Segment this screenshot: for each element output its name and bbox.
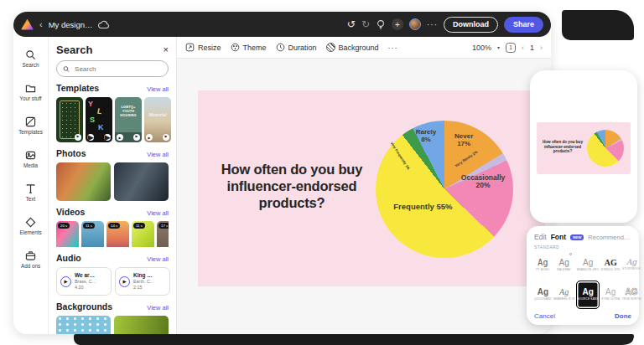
font-tile[interactable]: Ag PT MONO [534,251,552,279]
play-badge-icon: ▶ [75,134,81,141]
main-row: Search Your stuff Templates Media Text [13,37,551,334]
view-all-link[interactable]: View all [147,85,169,93]
font-tile[interactable]: Ag SYNE ULTRA [601,281,621,310]
toolbar-more-icon[interactable]: ··· [388,44,398,52]
font-tile[interactable]: AG TRUE NORTH [622,281,641,310]
duration-button[interactable]: Duration [276,43,317,52]
invite-plus-button[interactable]: + [392,18,403,30]
section-title-backgrounds: Backgrounds [56,301,112,312]
view-all-link[interactable]: View all [147,209,169,217]
done-button[interactable]: Done [615,312,631,320]
audio-track-card[interactable]: ▶ We ar… Brass, C… 4:20 [56,267,112,296]
background-results [56,316,169,334]
download-button[interactable]: Download [444,17,498,33]
section-title-videos: Videos [56,207,85,217]
pie-label-never: Never 17% [451,133,476,148]
font-tile[interactable]: Ag SEAWEED SCR [553,281,575,310]
section-title-photos: Photos [56,148,86,158]
left-rail: Search Your stuff Templates Media Text [13,37,49,334]
video-thumb[interactable]: 17 s [157,221,169,247]
play-badge-icon: ▶ [146,134,153,141]
video-thumb[interactable]: 14 s [106,221,129,247]
document-title[interactable]: My design… [49,20,93,29]
audio-duration: 4:20 [75,285,96,291]
premium-dot-icon [569,253,572,255]
share-button[interactable]: Share [504,17,543,33]
video-thumb[interactable]: 11 s [81,221,104,247]
video-thumb[interactable]: 20 s [56,221,79,247]
sidebar-item-elements[interactable]: Elements [14,210,48,241]
design-artboard[interactable]: How often do you buy influencer-endorsed… [198,90,545,286]
pages-icon[interactable]: 1 [506,43,516,53]
photo-thumb[interactable] [114,162,169,201]
font-tile[interactable]: Ag RALEWAY [553,251,575,279]
font-tile[interactable]: Ag QUICKSAND [534,281,552,310]
sidebar-item-media[interactable]: Media [14,143,48,174]
photo-thumb[interactable] [56,162,111,201]
duration-badge: 17 s [158,223,169,229]
template-thumb-letters[interactable]: Y L S K ▶ ▶ [86,97,112,142]
resize-button[interactable]: Resize [185,43,221,52]
close-icon[interactable]: × [164,45,169,54]
view-all-link[interactable]: View all [147,255,169,263]
mini-artboard[interactable]: How often do you buy influencer-endorsed… [537,122,631,174]
sidebar-item-search[interactable]: Search [14,43,48,74]
video-thumb[interactable]: 11 s [132,221,154,247]
template-text: Memorial [144,112,171,117]
adobe-express-logo-icon[interactable] [21,19,34,30]
search-icon [63,65,70,73]
top-bar: ‹ My design… ↺ ↻ + ··· Download Share [13,12,551,37]
zoom-level[interactable]: 100% [472,44,491,52]
tab-edit[interactable]: Edit [534,233,547,241]
sidebar-item-add-ons[interactable]: Add ons [14,244,48,275]
back-chevron-icon[interactable]: ‹ [39,20,43,29]
lightbulb-icon[interactable] [376,19,386,30]
question-text[interactable]: How often do you buy influencer-endorsed… [203,161,381,211]
audio-duration: 2:15 [133,285,154,291]
template-thumb-housing[interactable]: LGBTQ+ YOUTH HOUSING ▶ ▶ [115,97,142,142]
template-thumb-floral[interactable]: ▶ [56,97,83,142]
duration-badge: 14 s [108,223,120,229]
letter: S [90,116,95,124]
duration-badge: 11 s [133,223,145,229]
play-badge-icon: ▶ [104,134,111,141]
font-tile[interactable]: Ag STORYBOOK [622,251,641,279]
redo-icon[interactable]: ↻ [361,19,370,29]
font-tile-selected[interactable]: Ag SOURCE SANS [576,281,599,310]
sidebar-item-your-stuff[interactable]: Your stuff [14,76,48,107]
search-box[interactable] [56,60,169,77]
background-thumb[interactable] [56,316,111,334]
template-thumb-beach[interactable]: Memorial ▶ ▶ [144,97,171,142]
template-text: LGBTQ+ YOUTH HOUSING [117,105,140,117]
tab-recommendations[interactable]: Recommendations [588,234,631,241]
mini-question-text: How often do you buy influencer-endorsed… [538,140,587,154]
background-button[interactable]: Background [326,43,379,52]
canvas-toolbar: Resize Theme Duration Background ··· [177,37,551,59]
audio-title: We ar… [75,272,96,279]
audio-track-card[interactable]: ▶ King … Earth, C… 2:15 [115,267,170,296]
sidebar-item-templates[interactable]: Templates [14,110,48,141]
undo-icon[interactable]: ↺ [347,19,356,29]
pie-chart[interactable]: Never 17% Very Rarely 2% Occasionally 20… [376,121,513,258]
font-tile[interactable]: AG STENCIL STD [601,251,621,279]
background-thumb[interactable] [114,316,169,334]
play-button-icon[interactable]: ▶ [119,276,130,287]
more-options-icon[interactable]: ··· [427,20,438,29]
mobile-preview-card: How often do you buy influencer-endorsed… [530,70,637,223]
page-next-icon[interactable]: › [540,44,543,52]
theme-button[interactable]: Theme [231,43,267,52]
cancel-button[interactable]: Cancel [534,312,555,320]
page-prev-icon[interactable]: ‹ [522,44,524,52]
avatar[interactable] [409,18,421,30]
view-all-link[interactable]: View all [147,304,169,312]
app-window: ‹ My design… ↺ ↻ + ··· Download Share Se… [13,12,551,334]
sidebar-item-text[interactable]: Text [14,177,48,208]
font-tile[interactable]: Ag BRANDON GRO [576,251,599,279]
view-all-link[interactable]: View all [147,151,169,158]
font-grid: Ag PT MONO Ag RALEWAY Ag BRANDON GRO AG … [534,251,631,309]
search-input[interactable] [73,64,162,74]
chevron-down-icon[interactable]: ▾ [497,44,500,50]
tab-font[interactable]: Font [551,233,566,241]
play-button-icon[interactable]: ▶ [60,276,71,287]
resize-icon [185,43,195,52]
